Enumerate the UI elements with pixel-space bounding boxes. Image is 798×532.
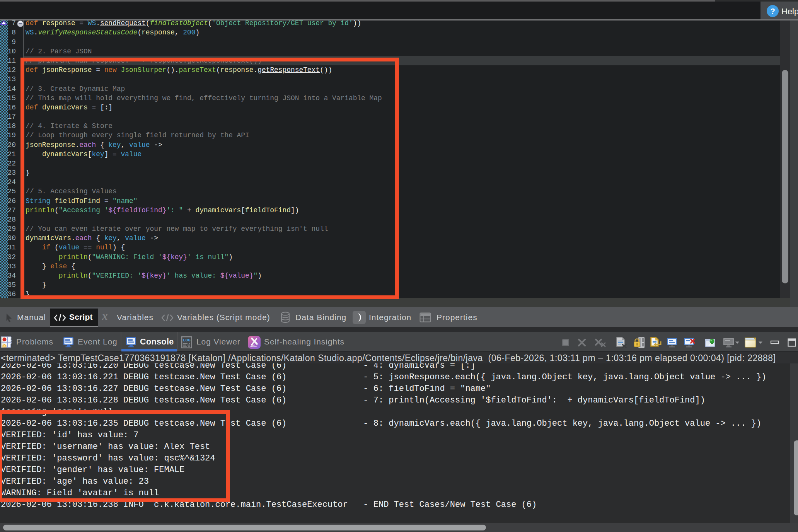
svg-text:?: ? xyxy=(770,7,775,15)
svg-text:HEALING: HEALING xyxy=(251,346,257,348)
svg-text:LOG: LOG xyxy=(183,338,191,343)
svg-text:x: x xyxy=(102,311,108,322)
